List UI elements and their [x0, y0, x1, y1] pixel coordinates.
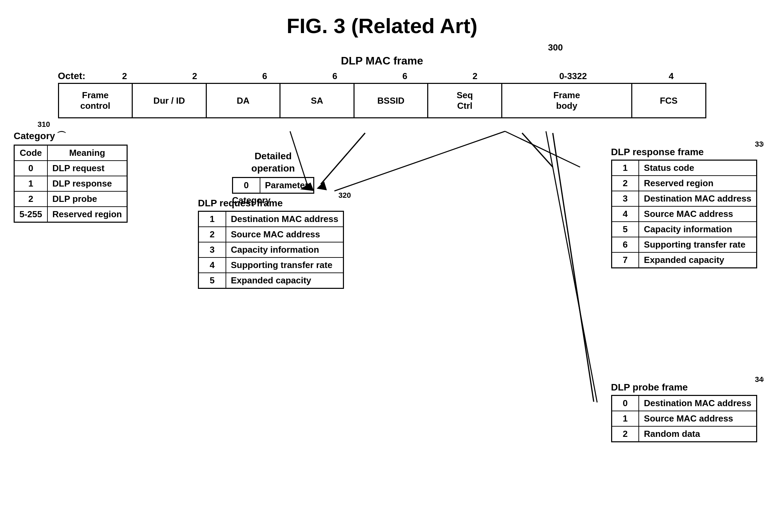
- meaning-cell: Supporting transfer rate: [639, 237, 756, 252]
- meaning-cell: Destination MAC address: [226, 211, 344, 227]
- code-cell: 4: [611, 206, 639, 222]
- detailed-op-container: Detailedoperation 0 Parameter Category: [232, 150, 314, 206]
- meaning-cell: DLP request: [47, 161, 127, 176]
- table-row: 4 Source MAC address: [611, 206, 756, 222]
- table-row: 1 Status code: [611, 160, 756, 176]
- table-row: 1 Destination MAC address: [199, 211, 344, 227]
- dlp-request-ref: 320: [338, 191, 351, 200]
- col-meaning: Meaning: [47, 145, 127, 161]
- dlp-request-table: 1 Destination MAC address 2 Source MAC a…: [198, 211, 344, 289]
- meaning-cell: Capacity information: [639, 222, 756, 237]
- code-cell: 5: [199, 273, 226, 289]
- code-cell: 5: [611, 222, 639, 237]
- octet-val-0: 2: [89, 71, 159, 82]
- meaning-cell: Source MAC address: [639, 206, 756, 222]
- meaning-cell: Expanded capacity: [226, 273, 344, 289]
- code-cell: 2: [611, 176, 639, 191]
- table-row: 2 DLP probe: [14, 191, 127, 207]
- detailed-op-table: 0 Parameter: [232, 177, 314, 194]
- meaning-cell: DLP probe: [47, 191, 127, 207]
- detailed-op-label: Detailedoperation: [251, 151, 295, 174]
- svg-line-5: [321, 133, 365, 184]
- meaning-cell: DLP response: [47, 176, 127, 191]
- meaning-cell: Status code: [639, 160, 756, 176]
- svg-line-7: [522, 133, 553, 167]
- meaning-cell: Destination MAC address: [639, 396, 756, 411]
- meaning-cell: Random data: [639, 426, 756, 442]
- meaning-cell: Destination MAC address: [639, 191, 756, 206]
- meaning-cell: Source MAC address: [226, 227, 344, 242]
- svg-line-8: [553, 133, 594, 402]
- frame-cell-2: DA: [207, 84, 281, 117]
- code-cell: 2: [611, 426, 639, 442]
- meaning-cell: Source MAC address: [639, 411, 756, 426]
- dlp-probe-label: DLP probe frame: [611, 382, 688, 393]
- table-header-row: Code Meaning: [14, 145, 127, 161]
- code-cell: 3: [611, 191, 639, 206]
- code-cell: 0: [14, 161, 47, 176]
- mac-frame-ref: 300: [548, 42, 563, 53]
- table-row: 0 DLP request: [14, 161, 127, 176]
- octet-val-3: 6: [300, 71, 370, 82]
- table-row: 5-255 Reserved region: [14, 207, 127, 222]
- octet-val-1: 2: [160, 71, 230, 82]
- code-cell: 0: [611, 396, 639, 411]
- code-cell: 2: [14, 191, 47, 207]
- mac-frame-container: 300 DLP MAC frame Octet: 2 2 6 6 6 2 0-3…: [58, 55, 706, 118]
- dlp-request-label: DLP request frame: [198, 198, 283, 208]
- category-310-container: 310 Category ⌒ Code Meaning 0 DLP reques…: [14, 130, 128, 223]
- frame-cell-7: FCS: [632, 84, 705, 117]
- octet-val-5: 2: [440, 71, 510, 82]
- table-row: 7 Expanded capacity: [611, 252, 756, 268]
- table-row: 0 Parameter: [233, 177, 314, 193]
- meaning-cell: Supporting transfer rate: [226, 257, 344, 273]
- octet-val-7: 4: [636, 71, 706, 82]
- frame-cell-3: SA: [280, 84, 355, 117]
- frame-cell-1: Dur / ID: [133, 84, 207, 117]
- code-cell: 5-255: [14, 207, 47, 222]
- frame-cell-6: Framebody: [502, 84, 632, 117]
- category-310-table: Code Meaning 0 DLP request 1 DLP respons…: [14, 145, 128, 223]
- table-row: 0 Destination MAC address: [611, 396, 756, 411]
- code-cell: 7: [611, 252, 639, 268]
- table-row: 2 Source MAC address: [199, 227, 344, 242]
- code-cell: 4: [199, 257, 226, 273]
- table-row: 5 Expanded capacity: [199, 273, 344, 289]
- svg-line-4: [546, 131, 597, 402]
- table-row: 5 Capacity information: [611, 222, 756, 237]
- table-row: 2 Reserved region: [611, 176, 756, 191]
- dlp-response-330-container: DLP response frame 330 1 Status code 2 R…: [611, 147, 757, 268]
- mac-frame-table: Framecontrol Dur / ID DA SA BSSID SeqCtr…: [58, 83, 706, 118]
- code-cell: 1: [611, 160, 639, 176]
- dlp-response-ref: 330: [755, 140, 764, 149]
- svg-line-3: [505, 131, 580, 167]
- page-title: FIG. 3 (Related Art): [0, 0, 764, 48]
- dlp-request-320-container: DLP request frame 320 1 Destination MAC …: [198, 198, 344, 289]
- code-cell: 1: [199, 211, 226, 227]
- table-row: 4 Supporting transfer rate: [199, 257, 344, 273]
- dlp-probe-table: 0 Destination MAC address 1 Source MAC a…: [611, 395, 757, 442]
- code-cell: 3: [199, 242, 226, 257]
- table-row: 3 Destination MAC address: [611, 191, 756, 206]
- meaning-cell: Reserved region: [47, 207, 127, 222]
- meaning-cell: Reserved region: [639, 176, 756, 191]
- octet-val-4: 6: [370, 71, 440, 82]
- dlp-probe-340-container: DLP probe frame 340 0 Destination MAC ad…: [611, 382, 757, 442]
- table-row: 1 DLP response: [14, 176, 127, 191]
- frame-cell-5: SeqCtrl: [428, 84, 502, 117]
- table-row: 3 Capacity information: [199, 242, 344, 257]
- octet-val-2: 6: [230, 71, 300, 82]
- dlp-probe-ref: 340: [755, 375, 764, 384]
- code-cell: 0: [233, 177, 260, 193]
- svg-marker-6: [317, 181, 327, 190]
- col-code: Code: [14, 145, 47, 161]
- table-row: 1 Source MAC address: [611, 411, 756, 426]
- meaning-cell: Capacity information: [226, 242, 344, 257]
- dlp-response-table: 1 Status code 2 Reserved region 3 Destin…: [611, 160, 757, 268]
- category-310-label: Category: [14, 131, 55, 141]
- table-row: 6 Supporting transfer rate: [611, 237, 756, 252]
- octet-val-6: 0-3322: [510, 71, 636, 82]
- category-310-ref: 310: [38, 120, 50, 129]
- mac-frame-label: DLP MAC frame: [341, 55, 423, 67]
- code-cell: 1: [611, 411, 639, 426]
